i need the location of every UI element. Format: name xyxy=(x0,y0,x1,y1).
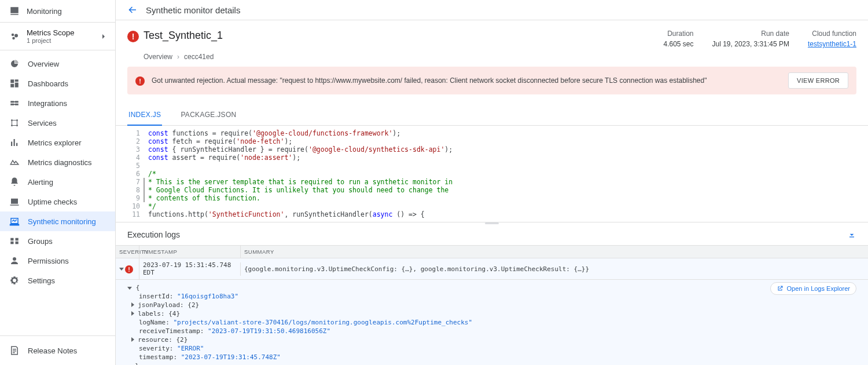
log-summary: {google.monitoring.v3.UptimeCheckConfig:… xyxy=(240,262,868,276)
monitor-title: Test_Synthetic_1 xyxy=(144,30,223,42)
breadcrumb: Overview › cecc41ed xyxy=(132,53,868,67)
log-row[interactable]: ! 2023-07-19 15:31:45.748 EDT {google.mo… xyxy=(116,258,868,280)
sidebar-footer: Release Notes xyxy=(0,335,115,365)
open-in-logs-explorer-button[interactable]: Open in Logs Explorer xyxy=(770,282,856,295)
top-bar: Synthetic monitor details xyxy=(116,0,868,20)
alerting-icon xyxy=(9,177,20,187)
error-banner: ! Got unwanted rejection. Actual message… xyxy=(127,67,856,94)
svg-point-2 xyxy=(12,36,15,39)
meta-cloudfn-link[interactable]: testsynthetic1-1 xyxy=(808,40,856,48)
groups-icon xyxy=(9,236,20,246)
sidebar-item-uptime-checks[interactable]: Uptime checks xyxy=(0,192,115,211)
chevron-right-icon xyxy=(99,32,108,41)
sidebar-item-label: Metrics explorer xyxy=(28,138,81,147)
sidebar-item-label: Metrics diagnostics xyxy=(28,158,92,167)
sidebar-item-overview[interactable]: Overview xyxy=(0,54,115,74)
metrics-explorer-icon xyxy=(9,137,20,148)
services-icon xyxy=(9,118,20,128)
sidebar-nav: Overview Dashboards Integrations Service… xyxy=(0,50,115,335)
sidebar-item-release-notes[interactable]: Release Notes xyxy=(0,341,115,360)
sidebar-item-label: Dashboards xyxy=(28,79,68,88)
collapse-icon[interactable] xyxy=(847,230,856,239)
code-tabs: INDEX.JS PACKAGE.JSON xyxy=(116,105,868,126)
overview-icon xyxy=(9,59,20,69)
metrics-scope[interactable]: Metrics Scope 1 project xyxy=(0,23,115,50)
integrations-icon xyxy=(9,98,20,108)
log-detail: Open in Logs Explorer { insertId: "16qoi… xyxy=(116,280,868,365)
monitor-meta: Duration4.605 sec Run dateJul 19, 2023, … xyxy=(663,30,856,48)
expand-tri-icon[interactable] xyxy=(131,311,134,316)
expand-icon[interactable] xyxy=(119,268,124,271)
notes-icon xyxy=(9,345,20,356)
svg-point-5 xyxy=(11,125,13,126)
tab-package-json[interactable]: PACKAGE.JSON xyxy=(179,105,237,125)
sidebar-item-permissions[interactable]: Permissions xyxy=(0,251,115,271)
sidebar-item-synthetic-monitoring[interactable]: Synthetic monitoring xyxy=(0,211,115,231)
execution-logs-header: Execution logs xyxy=(116,224,868,245)
code-viewer: 1const functions = require('@google-clou… xyxy=(116,126,868,222)
sidebar-item-alerting[interactable]: Alerting xyxy=(0,172,115,192)
svg-point-4 xyxy=(16,119,18,121)
monitor-header: ! Test_Synthetic_1 Duration4.605 sec Run… xyxy=(116,20,868,50)
sidebar-item-label: Uptime checks xyxy=(28,198,77,206)
diagnostics-icon xyxy=(9,157,20,167)
sidebar-title: Monitoring xyxy=(27,7,62,16)
error-icon: ! xyxy=(135,76,145,86)
sidebar-item-dashboards[interactable]: Dashboards xyxy=(0,74,115,93)
sidebar-item-label: Settings xyxy=(28,276,55,285)
monitoring-icon xyxy=(9,6,20,16)
breadcrumb-leaf: cecc41ed xyxy=(184,53,214,61)
svg-point-0 xyxy=(12,33,14,36)
dashboards-icon xyxy=(9,78,20,89)
meta-rundate-label: Run date xyxy=(712,30,789,38)
tab-index-js[interactable]: INDEX.JS xyxy=(127,105,162,126)
expand-tri-icon[interactable] xyxy=(131,302,134,307)
col-summary: SUMMARY xyxy=(240,246,868,258)
sidebar-item-label: Overview xyxy=(28,60,59,68)
sidebar-item-label: Services xyxy=(28,119,57,127)
log-table-header: SEVERITY TIMESTAMP SUMMARY xyxy=(116,245,868,258)
col-severity: SEVERITY xyxy=(116,246,139,258)
sidebar-item-metrics-diagnostics[interactable]: Metrics diagnostics xyxy=(0,152,115,172)
sidebar-header: Monitoring xyxy=(0,0,115,23)
meta-cloudfn-label: Cloud function xyxy=(808,30,856,38)
view-error-button[interactable]: VIEW ERROR xyxy=(788,72,848,89)
permissions-icon xyxy=(9,256,20,266)
sidebar: Monitoring Metrics Scope 1 project Overv… xyxy=(0,0,116,365)
scope-title: Metrics Scope xyxy=(27,28,74,37)
breadcrumb-separator: › xyxy=(177,53,179,61)
uptime-icon xyxy=(9,196,20,207)
sidebar-item-metrics-explorer[interactable]: Metrics explorer xyxy=(0,133,115,152)
sidebar-item-label: Groups xyxy=(28,237,53,246)
expand-tri-icon[interactable] xyxy=(131,337,134,342)
log-timestamp: 2023-07-19 15:31:45.748 EDT xyxy=(139,258,240,279)
back-arrow-icon[interactable] xyxy=(127,5,138,15)
page-title: Synthetic monitor details xyxy=(146,5,240,15)
execution-logs-title: Execution logs xyxy=(127,230,180,239)
severity-error-icon: ! xyxy=(125,265,133,273)
sidebar-item-services[interactable]: Services xyxy=(0,113,115,133)
gear-icon xyxy=(9,275,20,286)
collapse-tri-icon[interactable] xyxy=(127,287,132,290)
external-link-icon xyxy=(777,285,784,292)
error-status-icon: ! xyxy=(127,31,139,42)
svg-point-6 xyxy=(16,125,18,126)
svg-point-7 xyxy=(13,257,16,261)
sidebar-item-settings[interactable]: Settings xyxy=(0,271,115,290)
sidebar-item-groups[interactable]: Groups xyxy=(0,231,115,251)
sidebar-item-integrations[interactable]: Integrations xyxy=(0,93,115,113)
svg-point-1 xyxy=(14,34,18,37)
svg-point-3 xyxy=(11,119,13,121)
col-timestamp: TIMESTAMP xyxy=(139,246,240,258)
breadcrumb-root[interactable]: Overview xyxy=(144,53,172,61)
svg-rect-8 xyxy=(849,236,854,237)
synthetic-icon xyxy=(9,216,20,227)
sidebar-item-label: Integrations xyxy=(28,99,67,108)
meta-duration-label: Duration xyxy=(663,30,693,38)
sidebar-item-label: Alerting xyxy=(28,178,53,187)
meta-duration-value: 4.605 sec xyxy=(663,40,693,48)
sidebar-item-label: Synthetic monitoring xyxy=(28,217,96,226)
sidebar-item-label: Permissions xyxy=(28,257,69,265)
meta-rundate-value: Jul 19, 2023, 3:31:45 PM xyxy=(712,40,789,48)
error-message: Got unwanted rejection. Actual message: … xyxy=(152,76,781,85)
